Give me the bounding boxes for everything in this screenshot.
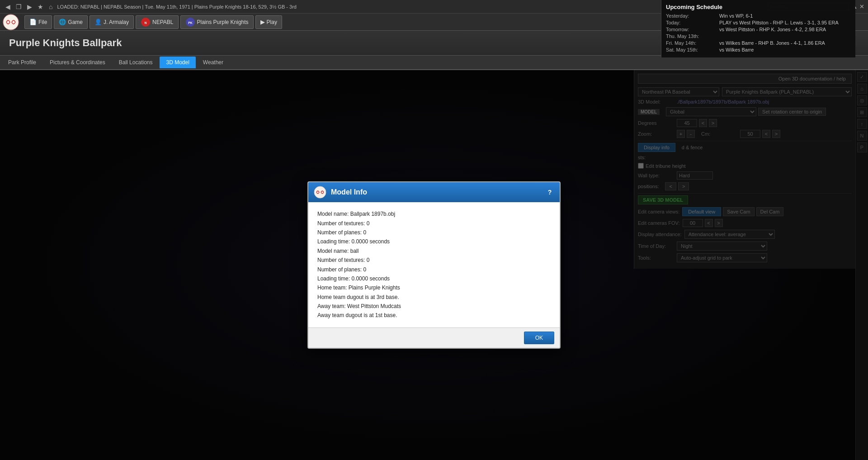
tab-weather[interactable]: Weather [197, 57, 230, 68]
modal-line-7: Loading time: 0.0000 seconds [317, 274, 551, 283]
tab-ball-locations[interactable]: Ball Locations [113, 57, 159, 68]
modal-line-8: Home team: Plains Purple Knights [317, 283, 551, 292]
schedule-row-2: Tomorrow: vs West Pittston - RHP K. Jone… [666, 27, 851, 32]
schedule-row-3: Thu. May 13th: [666, 33, 851, 39]
play-label: Play [267, 19, 277, 25]
baseball-logo [3, 14, 19, 30]
schedule-info-5: vs Wilkes Barre [719, 47, 754, 52]
league-label: NEPABL [152, 19, 173, 25]
schedule-row-5: Sat. May 15th: vs Wilkes Barre [666, 47, 851, 52]
schedule-info-0: Win vs WP, 6-1 [719, 13, 753, 19]
modal-help-btn[interactable]: ? [545, 189, 554, 196]
file-icon: 📄 [29, 19, 37, 25]
main-area: Open 3D documentation / help Northeast P… [0, 70, 868, 460]
copy-btn[interactable]: ❐ [14, 2, 24, 11]
modal-line-11: Away team dugout is at 1st base. [317, 311, 551, 320]
schedule-info-4: vs Wilkes Barre - RHP B. Jones - 4-1, 1.… [719, 40, 825, 46]
schedule-row-0: Yesterday: Win vs WP, 6-1 [666, 13, 851, 19]
play-icon: ▶ [260, 19, 265, 25]
person-icon: 👤 [94, 19, 102, 25]
close-btn[interactable]: ✕ [859, 3, 864, 10]
nepabl-logo: N [141, 17, 151, 27]
modal-body: Model name: Ballpark 1897b.obj Number of… [308, 202, 560, 327]
team-label: Plains Purple Knights [197, 19, 249, 25]
status-bar: LOADED: NEPABL | NEPABL Season | Tue. Ma… [57, 4, 765, 9]
modal-baseball-icon [314, 186, 326, 199]
schedule-title: Upcoming Schedule [666, 4, 851, 10]
svg-text:PK: PK [188, 21, 193, 24]
schedule-day-5: Sat. May 15th: [666, 47, 716, 52]
team-logo: PK [185, 17, 195, 27]
schedule-day-0: Yesterday: [666, 13, 716, 19]
tab-3d-model[interactable]: 3D Model [160, 57, 195, 68]
modal-header: Model Info ? [308, 182, 560, 202]
modal-line-10: Away team: West Pittston Mudcats [317, 302, 551, 311]
nav-arrows: ◀ ❐ ▶ ★ ⌂ [4, 2, 54, 11]
star-btn[interactable]: ★ [36, 2, 45, 11]
league-btn[interactable]: N NEPABL [136, 15, 178, 29]
manager-btn[interactable]: 👤 J. Armalay [90, 15, 134, 29]
tab-pictures-coordinates[interactable]: Pictures & Coordinates [43, 57, 112, 68]
schedule-day-4: Fri. May 14th: [666, 40, 716, 46]
team-btn[interactable]: PK Plains Purple Knights [180, 15, 254, 29]
tabs-bar: Park Profile Pictures & Coordinates Ball… [0, 56, 868, 70]
schedule-day-1: Today: [666, 20, 716, 25]
tab-park-profile[interactable]: Park Profile [2, 57, 42, 68]
manager-label: J. Armalay [104, 19, 129, 25]
play-btn[interactable]: ▶ Play [255, 15, 282, 29]
modal-line-0: Model name: Ballpark 1897b.obj [317, 209, 551, 218]
modal-line-6: Number of planes: 0 [317, 265, 551, 274]
svg-text:N: N [145, 21, 147, 24]
schedule-info-2: vs West Pittston - RHP K. Jones - 4-2, 2… [719, 27, 826, 32]
modal-line-9: Home team dugout is at 3rd base. [317, 293, 551, 302]
schedule-row-1: Today: PLAY vs West Pittston - RHP L. Le… [666, 20, 851, 25]
globe-icon: 🌐 [59, 19, 66, 25]
schedule-day-3: Thu. May 13th: [666, 33, 716, 39]
modal-line-2: Number of planes: 0 [317, 228, 551, 237]
forward-btn[interactable]: ▶ [25, 2, 34, 11]
modal-line-1: Number of textures: 0 [317, 219, 551, 228]
modal-title: Model Info [331, 188, 541, 196]
schedule-day-2: Tomorrow: [666, 27, 716, 32]
logo-area [3, 14, 23, 30]
game-menu-btn[interactable]: 🌐 Game [54, 15, 88, 29]
park-title: Purple Knights Ballpark [9, 37, 122, 49]
file-label: File [38, 19, 47, 25]
schedule-panel: Upcoming Schedule Yesterday: Win vs WP, … [661, 0, 855, 57]
modal-footer: OK [308, 327, 560, 348]
back-btn[interactable]: ◀ [4, 2, 12, 11]
game-label: Game [68, 19, 83, 25]
modal-ok-btn[interactable]: OK [524, 332, 554, 344]
schedule-info-1: PLAY vs West Pittston - RHP L. Lewis - 3… [719, 20, 839, 25]
modal-line-5: Number of textures: 0 [317, 256, 551, 265]
model-info-modal: Model Info ? Model name: Ballpark 1897b.… [307, 181, 561, 349]
modal-line-4: Model name: ball [317, 247, 551, 256]
modal-line-3: Loading time: 0.0000 seconds [317, 237, 551, 246]
schedule-row-4: Fri. May 14th: vs Wilkes Barre - RHP B. … [666, 40, 851, 46]
file-menu-btn[interactable]: 📄 File [24, 15, 52, 29]
svg-point-6 [314, 186, 326, 198]
home-btn[interactable]: ⌂ [47, 2, 54, 11]
modal-overlay: Model Info ? Model name: Ballpark 1897b.… [0, 70, 868, 460]
